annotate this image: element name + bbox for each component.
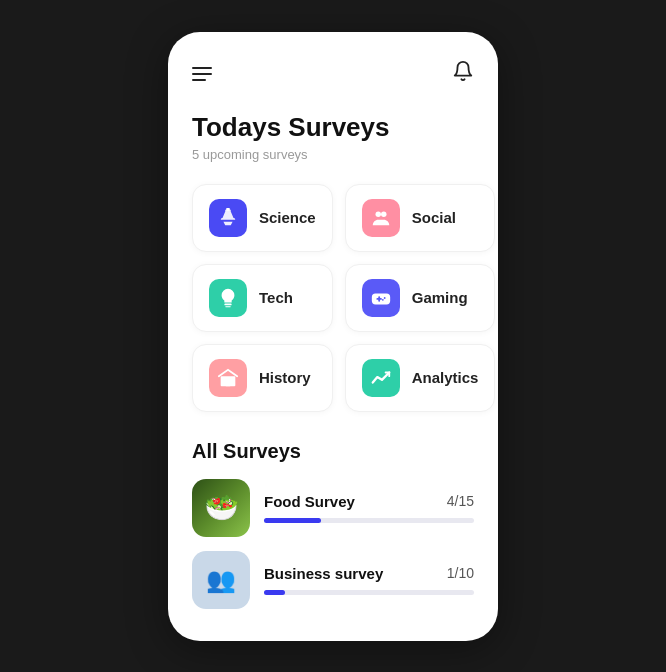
survey-list: Food Survey 4/15 Business survey 1/10 [192,479,474,609]
science-icon [209,199,247,237]
category-name-social: Social [412,209,456,226]
history-icon [209,359,247,397]
svg-rect-4 [225,306,231,307]
business-progress-bar-fill [264,590,285,595]
gaming-icon [362,279,400,317]
svg-point-2 [381,211,387,217]
food-progress-bar-bg [264,518,474,523]
food-survey-info: Food Survey 4/15 [264,493,474,523]
svg-point-6 [383,297,385,299]
svg-rect-3 [224,303,231,305]
category-card-tech[interactable]: Tech [192,264,333,332]
business-survey-thumbnail [192,551,250,609]
category-name-tech: Tech [259,289,293,306]
business-progress-bar-bg [264,590,474,595]
category-name-history: History [259,369,311,386]
category-card-gaming[interactable]: Gaming [345,264,496,332]
svg-rect-0 [226,207,230,210]
category-card-analytics[interactable]: Analytics [345,344,496,412]
svg-point-7 [382,298,384,300]
category-card-social[interactable]: Social [345,184,496,252]
header [192,60,474,88]
food-survey-thumbnail [192,479,250,537]
bell-icon[interactable] [452,60,474,88]
svg-rect-9 [225,380,231,386]
all-surveys-section: All Surveys Food Survey 4/15 [192,440,474,609]
page-subtitle: 5 upcoming surveys [192,147,474,162]
category-name-analytics: Analytics [412,369,479,386]
survey-item-food[interactable]: Food Survey 4/15 [192,479,474,537]
categories-grid: Science Social Tech [192,184,474,412]
category-name-science: Science [259,209,316,226]
social-icon [362,199,400,237]
business-survey-info: Business survey 1/10 [264,565,474,595]
hero-section: Todays Surveys 5 upcoming surveys [192,112,474,162]
svg-point-1 [375,211,381,217]
category-card-science[interactable]: Science [192,184,333,252]
food-progress-bar-fill [264,518,321,523]
all-surveys-title: All Surveys [192,440,474,463]
survey-item-business[interactable]: Business survey 1/10 [192,551,474,609]
page-title: Todays Surveys [192,112,474,143]
analytics-icon [362,359,400,397]
tech-icon [209,279,247,317]
business-survey-name: Business survey [264,565,383,582]
food-survey-name-row: Food Survey 4/15 [264,493,474,510]
category-name-gaming: Gaming [412,289,468,306]
food-survey-count: 4/15 [447,493,474,509]
hamburger-menu-button[interactable] [192,67,212,81]
phone-frame: Todays Surveys 5 upcoming surveys Scienc… [168,32,498,641]
category-card-history[interactable]: History [192,344,333,412]
business-survey-name-row: Business survey 1/10 [264,565,474,582]
business-survey-count: 1/10 [447,565,474,581]
food-survey-name: Food Survey [264,493,355,510]
